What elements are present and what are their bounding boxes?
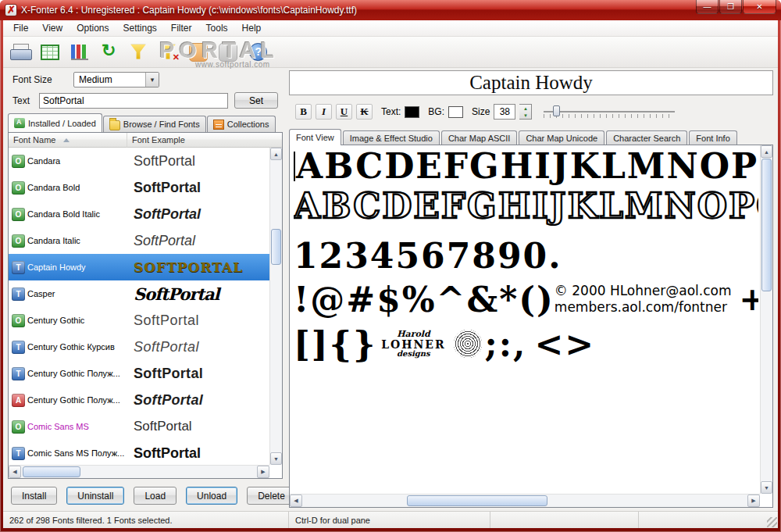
tab-collections[interactable]: Collections: [207, 116, 276, 132]
font-action-buttons: InstallUninstallLoadUnloadDelete: [11, 487, 283, 505]
menu-item-file[interactable]: File: [6, 21, 35, 36]
menu-item-tools[interactable]: Tools: [199, 21, 235, 36]
chevron-down-icon[interactable]: [145, 73, 159, 87]
font-type-icon: O: [12, 181, 25, 195]
table-row-captain-howdy[interactable]: T Captain Howdy SOFTPORTAL: [9, 254, 269, 280]
help-button[interactable]: [244, 40, 272, 65]
tab-label: Installed / Loaded: [28, 119, 96, 128]
font-name: Century Gothic: [27, 316, 127, 325]
menu-item-help[interactable]: Help: [235, 21, 269, 36]
font-list: O Candara SoftPortal O Candara Bold Soft…: [9, 148, 269, 465]
tab-character-search[interactable]: Character Search: [606, 130, 687, 145]
table-row-candara-bold[interactable]: O Candara Bold SoftPortal: [9, 174, 269, 201]
bg-color-swatch[interactable]: [448, 106, 463, 118]
font-size-dropdown[interactable]: Medium: [73, 72, 159, 87]
tab-image-effect-studio[interactable]: Image & Effect Studio: [343, 130, 440, 145]
font-name: Candara Italic: [27, 236, 127, 245]
size-spinner[interactable]: [519, 104, 532, 120]
puzzle-gray-button[interactable]: [214, 40, 242, 65]
strikethrough-button[interactable]: K: [356, 104, 373, 120]
underline-button[interactable]: U: [336, 104, 352, 120]
preview-horizontal-scrollbar[interactable]: [290, 494, 760, 507]
text-color-swatch[interactable]: [405, 106, 419, 118]
refresh-button[interactable]: [95, 40, 123, 65]
table-row-candara-italic[interactable]: O Candara Italic SoftPortal: [9, 227, 269, 254]
sample-text-input[interactable]: [39, 93, 228, 109]
font-list-vertical-scrollbar[interactable]: [269, 148, 282, 465]
format-toolbar: B I U K Text: BG: Size: [289, 102, 773, 121]
preview-vertical-scrollbar[interactable]: [760, 145, 772, 494]
bold-button[interactable]: B: [295, 104, 312, 120]
status-fonts-filtered: 262 of 298 Fonts filtered. 1 Fonts selec…: [3, 512, 289, 528]
table-row-century-gothic[interactable]: O Century Gothic SoftPortal: [9, 307, 269, 334]
font-name: Candara Bold: [27, 183, 127, 192]
font-example: SoftPortal: [127, 233, 268, 249]
column-header-font-example[interactable]: Font Example: [127, 133, 282, 148]
scroll-right-icon[interactable]: [257, 466, 269, 478]
tab-font-view[interactable]: Font View: [289, 129, 341, 145]
font-type-icon: O: [12, 314, 25, 327]
size-slider[interactable]: [544, 105, 675, 119]
menu-item-view[interactable]: View: [35, 21, 70, 36]
preview-line-symbols: !@#$%^&*() © 2000 HLohner@aol.com member…: [294, 280, 758, 319]
filter-button[interactable]: [125, 40, 153, 65]
scroll-up-icon[interactable]: [761, 145, 772, 158]
uninstall-button[interactable]: Uninstall: [66, 487, 124, 505]
table-row-century-gothic[interactable]: T Century Gothic Полуж... SoftPortal: [9, 360, 269, 387]
tab-installed-loaded[interactable]: Installed / Loaded: [8, 113, 102, 132]
scroll-right-icon[interactable]: [747, 495, 760, 507]
scroll-left-icon[interactable]: [290, 495, 302, 507]
scroll-up-icon[interactable]: [270, 148, 282, 160]
spin-up-icon[interactable]: [519, 105, 531, 112]
filter-clear-button[interactable]: [155, 40, 183, 65]
main-area: Font Size Medium Text Set Installed / Lo…: [3, 68, 778, 511]
scroll-down-icon[interactable]: [270, 452, 282, 465]
table-row-century-gothic[interactable]: A Century Gothic Полуж... SoftPortal: [9, 387, 269, 413]
puzzle-orange-button[interactable]: [184, 40, 212, 65]
font-table-button[interactable]: [36, 40, 64, 65]
tab-char-map-unicode[interactable]: Char Map Unicode: [519, 130, 604, 145]
scrollbar-thumb[interactable]: [271, 229, 281, 265]
menu-item-options[interactable]: Options: [70, 21, 116, 36]
title-bar[interactable]: X-Fonter 6.4 : Unregistered : Captain Ho…: [0, 0, 781, 20]
maximize-button[interactable]: ❐: [719, 0, 742, 14]
font-type-icon: O: [12, 234, 25, 248]
table-row-candara[interactable]: O Candara SoftPortal: [9, 148, 269, 174]
minimize-button[interactable]: —: [696, 0, 719, 14]
close-button[interactable]: ✕: [743, 0, 776, 14]
menu-item-settings[interactable]: Settings: [116, 21, 164, 36]
size-input[interactable]: [494, 104, 515, 120]
install-button[interactable]: Install: [11, 487, 57, 505]
set-button[interactable]: Set: [234, 92, 278, 109]
resize-grip[interactable]: [767, 517, 777, 527]
table-row-casper[interactable]: T Casper SoftPortal: [9, 280, 269, 307]
spin-down-icon[interactable]: [519, 112, 531, 119]
scrollbar-thumb[interactable]: [407, 495, 547, 506]
font-type-icon: T: [12, 341, 25, 354]
unload-button[interactable]: Unload: [186, 487, 237, 505]
font-list-horizontal-scrollbar[interactable]: [9, 465, 269, 478]
tab-browse-find-fonts[interactable]: Browse / Find Fonts: [103, 116, 206, 132]
table-row-comic-sans-ms[interactable]: O Comic Sans MS SoftPortal: [9, 413, 269, 440]
slider-track: [544, 111, 675, 112]
column-header-font-name[interactable]: Font Name: [9, 133, 127, 148]
font-size-value: Medium: [74, 74, 145, 85]
table-row-candara-bold-italic[interactable]: O Candara Bold Italic SoftPortal: [9, 201, 269, 227]
scrollbar-thumb[interactable]: [761, 159, 772, 291]
scroll-left-icon[interactable]: [9, 466, 21, 478]
menu-item-filter[interactable]: Filter: [164, 21, 199, 36]
tab-char-map-ascii[interactable]: Char Map ASCII: [441, 130, 517, 145]
print-button[interactable]: [6, 40, 34, 65]
font-example: SoftPortal: [127, 284, 268, 304]
scroll-down-icon[interactable]: [761, 481, 772, 494]
slider-thumb[interactable]: [553, 105, 560, 116]
library-button[interactable]: [66, 40, 94, 65]
italic-button[interactable]: I: [316, 104, 332, 120]
tab-font-info[interactable]: Font Info: [689, 130, 736, 145]
table-row-comic-sans-ms[interactable]: T Comic Sans MS Полуж... SoftPortal: [9, 440, 269, 465]
toolbar-buttons: [3, 37, 778, 67]
load-button[interactable]: Load: [134, 487, 177, 505]
table-row-century-gothic[interactable]: T Century Gothic Курсив SoftPortal: [9, 334, 269, 360]
status-empty: [639, 512, 778, 528]
scrollbar-thumb[interactable]: [23, 466, 80, 477]
